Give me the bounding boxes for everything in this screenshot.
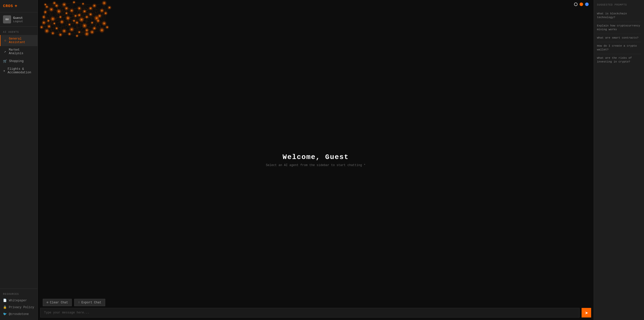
suggested-prompts-label: SUGGESTED PROMPTS: [597, 4, 641, 6]
twitter-icon: 🐦: [3, 312, 7, 316]
status-dot-orange: [580, 3, 583, 6]
resource-label: @crosdotone: [9, 312, 29, 316]
general-assistant-icon: ○: [4, 39, 7, 43]
export-chat-button[interactable]: ↑ Export Chat: [74, 299, 105, 306]
flights-icon: ✈: [3, 69, 6, 73]
chat-controls: ⊘ Clear Chat ↑ Export Chat: [43, 299, 105, 306]
resources-section: RESOURCES 📄 Whitepaper 🔒 Privacy Policy …: [0, 289, 37, 320]
shopping-icon: 🛒: [3, 59, 7, 63]
sidebar-item-label: Market Analysis: [9, 48, 34, 55]
resource-twitter[interactable]: 🐦 @crosdotone: [0, 311, 37, 317]
status-dot-outline: [574, 3, 578, 6]
prompt-item[interactable]: How do I create a crypto wallet?: [597, 42, 641, 54]
market-analysis-icon: ↗: [3, 50, 7, 54]
resource-label: Privacy Policy: [9, 306, 34, 309]
avatar: GU: [3, 15, 11, 23]
resource-privacy-policy[interactable]: 🔒 Privacy Policy: [0, 304, 37, 311]
right-panel: SUGGESTED PROMPTS What is blockchain tec…: [594, 0, 644, 320]
sidebar-item-market-analysis[interactable]: ↗ Market Analysis: [0, 46, 37, 57]
privacy-icon: 🔒: [3, 305, 7, 309]
send-button[interactable]: ➤: [582, 308, 591, 317]
sidebar-item-label: General Assistant: [9, 37, 34, 44]
sidebar-item-flights-accommodation[interactable]: ✈ Flights & Accommodation: [0, 65, 37, 76]
network-canvas: [38, 0, 113, 38]
ai-agents-label: AI AGENTS: [0, 29, 37, 35]
sidebar-item-label: Shopping: [9, 59, 24, 63]
resource-label: Whitepaper: [9, 299, 27, 302]
clear-icon: ⊘: [47, 301, 48, 304]
logo-plus: +: [15, 4, 17, 9]
prompt-item[interactable]: What are smart contracts?: [597, 34, 641, 42]
send-icon: ➤: [585, 310, 588, 315]
welcome-title: Welcome, Guest: [266, 153, 365, 161]
main-content: Welcome, Guest Select an AI agent from t…: [38, 0, 594, 320]
whitepaper-icon: 📄: [3, 299, 7, 302]
prompt-item[interactable]: Explain how cryptocurrency mining works: [597, 22, 641, 34]
logout-button[interactable]: Logout: [13, 20, 23, 23]
welcome-subtitle: Select an AI agent from the sidebar to s…: [266, 164, 365, 167]
input-bar: ➤: [40, 308, 591, 317]
ai-agents-section: AI AGENTS ○ General Assistant ↗ Market A…: [0, 27, 37, 289]
username: Guest: [13, 16, 23, 20]
resource-whitepaper[interactable]: 📄 Whitepaper: [0, 297, 37, 304]
sidebar-header: CROS +: [0, 0, 37, 12]
status-dot-blue: [585, 3, 589, 6]
clear-chat-button[interactable]: ⊘ Clear Chat: [43, 299, 72, 306]
user-info: Guest Logout: [13, 16, 23, 23]
sidebar-item-shopping[interactable]: 🛒 Shopping: [0, 57, 37, 65]
resources-label: RESOURCES: [0, 291, 37, 297]
welcome-overlay: Welcome, Guest Select an AI agent from t…: [266, 153, 365, 167]
user-section: GU Guest Logout: [0, 12, 37, 27]
sidebar: CROS + GU Guest Logout AI AGENTS ○ Gener…: [0, 0, 38, 320]
prompt-item[interactable]: What are the risks of investing in crypt…: [597, 54, 641, 66]
sidebar-item-label: Flights & Accommodation: [8, 67, 34, 74]
sidebar-item-general-assistant[interactable]: ○ General Assistant: [0, 35, 37, 46]
logo-text: CROS: [3, 4, 13, 8]
message-input[interactable]: [40, 308, 580, 317]
prompt-item[interactable]: What is blockchain technology?: [597, 10, 641, 22]
top-bar: [574, 3, 589, 6]
export-icon: ↑: [78, 301, 80, 304]
